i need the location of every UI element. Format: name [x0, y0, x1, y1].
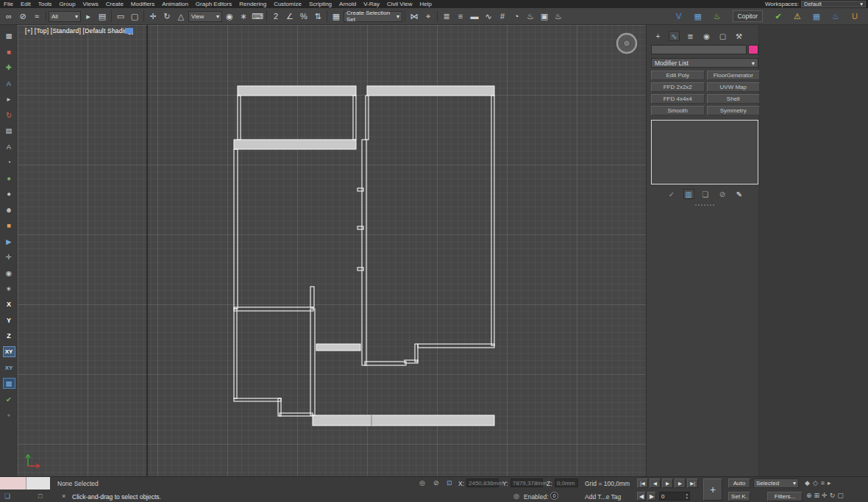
previous-key-button[interactable]: ◀ [637, 492, 646, 501]
copitor-button[interactable]: Copitor [733, 10, 763, 22]
window-restore-icon[interactable]: □ [38, 492, 42, 500]
key-outline-icon[interactable]: ◇ [813, 479, 818, 487]
viewport-navigation-gizmo[interactable] [617, 34, 636, 53]
menu-animation[interactable]: Animation [158, 1, 192, 7]
restrict-x-button[interactable]: X [3, 299, 15, 310]
clock-tool-icon[interactable]: ◔ [3, 157, 15, 168]
remove-modifier-icon[interactable]: ⊘ [717, 189, 728, 199]
rectangular-selection-region-icon[interactable]: ▭ [114, 10, 127, 23]
play-tool-icon[interactable]: ▶ [3, 236, 15, 247]
modifier-button-floorgenerator[interactable]: FloorGenerator [707, 71, 761, 80]
named-selection-sets-dropdown[interactable]: Create Selection Set ▾ [344, 11, 402, 22]
set-key-mode-button[interactable]: Set K. [728, 492, 750, 501]
menu-edit[interactable]: Edit [17, 1, 35, 7]
vray-teapot-icon[interactable]: ♨ [829, 10, 842, 23]
next-key-button[interactable]: ▶ [647, 492, 656, 501]
select-and-manipulate-icon[interactable]: ∗ [237, 10, 250, 23]
toggle-ribbon-icon[interactable]: ▬ [468, 10, 481, 23]
menu-vray[interactable]: V-Ray [360, 1, 383, 7]
add-tool-icon[interactable]: ✚ [3, 62, 15, 73]
select-and-scale-icon[interactable]: △ [174, 10, 188, 23]
refresh-tool-icon[interactable]: ↻ [3, 110, 15, 121]
menu-arnold[interactable]: Arnold [335, 1, 360, 7]
auto-key-button[interactable]: Auto [728, 478, 750, 488]
vray-toolbar-icon[interactable]: V [672, 10, 686, 23]
selection-lock-icon[interactable]: ⊘ [433, 479, 439, 487]
select-and-rotate-icon[interactable]: ↻ [160, 10, 174, 23]
bind-to-space-warp-icon[interactable]: ≈ [30, 10, 43, 23]
modifier-button-ffd-4x4x4[interactable]: FFD 4x4x4 [651, 94, 705, 104]
window-crossing-toggle-icon[interactable]: ▢ [128, 10, 141, 23]
modifier-button-symmetry[interactable]: Symmetry [707, 106, 761, 115]
menu-file[interactable]: File [0, 1, 17, 7]
vray-render-icon[interactable]: ♨ [711, 10, 724, 23]
material-editor-icon[interactable]: ◔ [510, 10, 523, 23]
menu-tools[interactable]: Tools [35, 1, 56, 7]
tab-motion[interactable]: ◉ [701, 31, 712, 41]
check-icon[interactable]: ✔ [772, 10, 785, 23]
play-animation-button[interactable]: ▶ [662, 478, 673, 488]
key-filters-selected-dropdown[interactable]: Selected ▾ [753, 478, 799, 488]
keyboard-shortcut-override-icon[interactable]: ⌨ [251, 10, 264, 23]
curve-editor-icon[interactable]: ∿ [482, 10, 495, 23]
restrict-z-button[interactable]: Z [3, 331, 15, 342]
maxscript-macro-recorder[interactable] [0, 477, 26, 490]
modifier-stack-list[interactable] [651, 120, 758, 184]
eye-tool-icon[interactable]: ◉ [3, 268, 15, 279]
panel-rollout-grip[interactable] [695, 204, 714, 206]
modifier-button-shell[interactable]: Shell [707, 94, 761, 104]
absolute-offset-mode-icon[interactable]: ⊡ [447, 479, 452, 487]
warning-icon[interactable]: ⚠ [791, 10, 804, 23]
menu-create[interactable]: Create [102, 1, 127, 7]
object-color-swatch[interactable] [748, 45, 758, 54]
next-frame-button[interactable]: ▶ [675, 478, 686, 488]
scene-scripts-count-badge[interactable]: 0 [550, 492, 558, 500]
percent-snap-toggle-icon[interactable]: % [297, 10, 310, 23]
menu-graph-editors[interactable]: Graph Editors [192, 1, 235, 7]
add-time-tag[interactable]: Add T...e Tag [585, 493, 621, 501]
orbit-icon[interactable]: ↻ [830, 492, 836, 499]
list-tool-icon[interactable]: ▤ [3, 125, 15, 136]
show-end-result-icon[interactable]: ▥ [683, 189, 694, 199]
go-to-end-button[interactable]: ▶| [687, 478, 698, 488]
modifier-button-smooth[interactable]: Smooth [651, 106, 705, 115]
spinner-arrows-icon[interactable]: ▴▾ [686, 492, 688, 500]
key-filters-button[interactable]: Filters... [767, 492, 803, 501]
viewport-top[interactable]: [+] [Top] [Standard] [Default Shading] [18, 25, 646, 476]
reference-coordinate-system-dropdown[interactable]: View ▾ [188, 11, 222, 22]
maxscript-mini-listener[interactable] [26, 477, 50, 490]
green-sphere-tool-icon[interactable]: ● [3, 173, 15, 184]
align-icon[interactable]: ⌖ [421, 10, 435, 23]
restrict-y-button[interactable]: Y [3, 315, 15, 326]
select-and-link-icon[interactable]: ∞ [2, 10, 15, 23]
modifier-button-edit-poly[interactable]: Edit Poly [651, 71, 705, 80]
key-list-icon[interactable]: ≡ [821, 479, 825, 487]
workspace-dropdown[interactable]: Default ▾ [801, 1, 866, 7]
y-coordinate-field[interactable]: 7879,378mm [511, 478, 543, 487]
table-tool-icon[interactable]: ▦ [810, 10, 823, 23]
edit-named-selection-sets-icon[interactable]: ▦ [330, 10, 343, 23]
plus-tool-icon[interactable]: ✛ [3, 251, 15, 262]
maximize-viewport-toggle-icon[interactable]: ▢ [837, 492, 844, 499]
use-pivot-point-center-icon[interactable]: ◉ [223, 10, 236, 23]
wand-tool-icon[interactable]: ∗ [3, 283, 15, 294]
toggle-layer-explorer-icon[interactable]: ≡ [454, 10, 467, 23]
z-coordinate-field[interactable]: 0,0mm [555, 478, 578, 487]
mirror-icon[interactable]: ⋈ [408, 10, 421, 23]
object-name-input[interactable] [651, 45, 747, 54]
select-object-icon[interactable]: ▸ [82, 10, 95, 23]
pin-stack-icon[interactable]: ✓ [666, 189, 677, 199]
render-production-icon[interactable]: ♨ [552, 10, 565, 23]
render-setup-icon[interactable]: ♨ [524, 10, 537, 23]
key-mode-icon[interactable]: ◆ [805, 479, 810, 487]
box-tool-icon[interactable]: ■ [3, 220, 15, 231]
configure-modifier-sets-icon[interactable]: ✎ [734, 189, 745, 199]
misc-tool-icon[interactable]: ▫ [3, 409, 15, 420]
set-keys-button[interactable]: + [703, 478, 722, 501]
tab-hierarchy[interactable]: ≣ [685, 31, 696, 41]
selection-filter-dropdown[interactable]: All ▾ [49, 11, 81, 22]
universal-tool-icon[interactable]: U [848, 10, 861, 23]
menu-group[interactable]: Group [55, 1, 79, 7]
menu-civil-view[interactable]: Civil View [383, 1, 416, 7]
unlink-selection-icon[interactable]: ⊘ [16, 10, 29, 23]
